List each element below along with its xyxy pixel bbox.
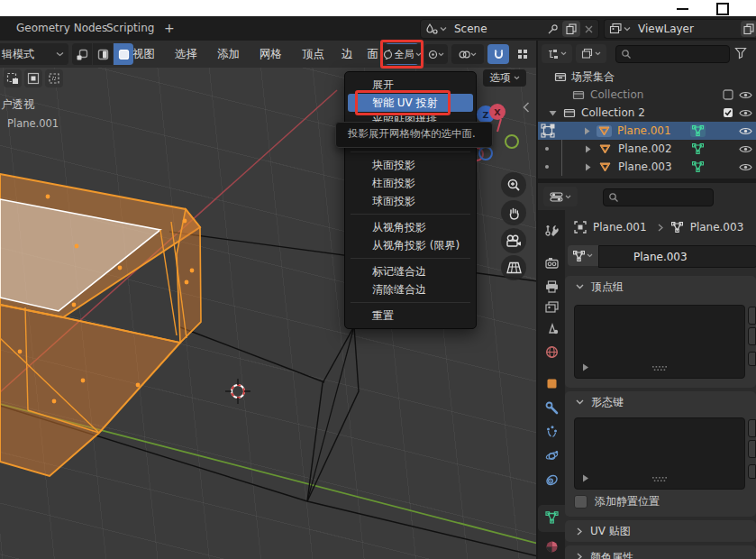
tab-object[interactable] <box>545 377 559 390</box>
select-subtract-button[interactable] <box>45 69 63 87</box>
pin-icon[interactable] <box>547 23 559 35</box>
chevron-left-icon[interactable] <box>523 102 530 113</box>
orientation-dropdown[interactable]: 全局 <box>382 44 422 64</box>
menu-item-cube-projection[interactable]: 块面投影 <box>345 156 476 174</box>
pan-view-button[interactable] <box>501 200 526 225</box>
tab-output[interactable] <box>545 280 559 293</box>
menu-item-smart-uv-project[interactable]: 智能 UV 投射 <box>348 94 473 112</box>
mesh-id-dropdown[interactable] <box>568 245 598 266</box>
mesh-name-field[interactable]: Plane.003 <box>598 245 756 268</box>
properties-search-input[interactable] <box>603 188 714 206</box>
select-mode-vertex-button[interactable] <box>72 43 92 65</box>
panel-color-attributes[interactable]: 颜色属性 <box>565 545 756 559</box>
menu-vertex[interactable]: 顶点 <box>292 43 334 65</box>
menu-item-clear-seam[interactable]: 清除缝合边 <box>345 280 476 298</box>
mode-dropdown[interactable]: 辑模式 <box>0 43 68 65</box>
resize-grip-icon[interactable] <box>652 366 667 372</box>
snap-with-dropdown[interactable] <box>451 44 484 64</box>
tab-material[interactable] <box>545 540 559 554</box>
menu-select[interactable]: 选择 <box>165 43 207 65</box>
eye-icon[interactable] <box>739 126 752 136</box>
vertex-groups-list[interactable] <box>574 305 745 379</box>
panel-header-vertex-groups[interactable]: 顶点组 <box>565 276 756 298</box>
camera-view-button[interactable] <box>501 228 526 253</box>
breadcrumb-data[interactable]: Plane.003 <box>690 221 744 234</box>
outliner-row-collection[interactable]: Collection <box>538 86 756 104</box>
panel-uv-maps[interactable]: UV 贴图 <box>565 520 756 542</box>
expand-arrow-icon[interactable] <box>549 110 557 116</box>
remove-vertex-group-button[interactable] <box>748 327 756 345</box>
menu-item-project-from-view-bounds[interactable]: 从视角投影 (限界) <box>345 236 476 254</box>
properties-editor-type-dropdown[interactable] <box>543 187 578 206</box>
unlink-scene-icon[interactable] <box>585 25 593 33</box>
scene-name[interactable]: Scene <box>454 23 487 35</box>
panel-header-shape-keys[interactable]: 形态键 <box>565 391 756 413</box>
tab-tool[interactable] <box>545 224 559 237</box>
tab-modifiers[interactable] <box>545 401 559 415</box>
shape-key-specials-button[interactable] <box>748 464 756 479</box>
menu-edge[interactable]: 边 <box>334 43 360 65</box>
vertex-group-specials-button[interactable] <box>748 352 756 366</box>
region-divider[interactable] <box>536 41 538 559</box>
outliner-row-scene-collection[interactable]: 场景集合 <box>538 68 756 86</box>
tab-render[interactable] <box>545 257 559 269</box>
options-button[interactable]: 选项 <box>483 69 526 87</box>
rest-position-checkbox[interactable] <box>574 495 587 509</box>
snap-toggle-button[interactable] <box>487 44 509 64</box>
viewlayer-selector[interactable]: ViewLayer <box>604 19 756 39</box>
perspective-toggle-button[interactable] <box>501 255 526 280</box>
tab-scene[interactable] <box>545 322 559 334</box>
select-set-button[interactable] <box>4 69 22 87</box>
outliner-filter-id-dropdown[interactable] <box>576 44 606 63</box>
select-extend-button[interactable] <box>24 69 42 87</box>
eye-icon[interactable] <box>739 144 752 154</box>
pivot-dropdown[interactable] <box>424 44 448 64</box>
tab-constraints[interactable] <box>545 473 559 487</box>
minimize-icon[interactable] <box>677 8 688 10</box>
eye-icon[interactable] <box>739 108 752 118</box>
exclude-checkbox[interactable] <box>723 89 733 100</box>
mesh-data-icon[interactable] <box>692 161 704 172</box>
viewlayer-name[interactable]: ViewLayer <box>638 23 694 35</box>
menu-item-reset[interactable]: 重置 <box>345 307 476 325</box>
new-viewlayer-icon[interactable] <box>741 21 756 37</box>
menu-add[interactable]: 添加 <box>207 43 250 65</box>
menu-item-unwrap[interactable]: 展开 <box>345 76 476 94</box>
scene-selector[interactable]: Scene <box>420 19 599 39</box>
add-shape-key-button[interactable] <box>748 419 756 437</box>
outliner-row-plane-001[interactable]: Plane.001 <box>538 122 756 140</box>
add-vertex-group-button[interactable] <box>748 307 756 325</box>
tab-scripting[interactable]: Scripting <box>106 16 154 41</box>
menu-view[interactable]: 视图 <box>123 43 165 65</box>
new-scene-icon[interactable] <box>562 21 580 37</box>
eye-icon[interactable] <box>739 162 752 172</box>
zoom-view-button[interactable] <box>501 172 526 197</box>
proportional-edit-button[interactable] <box>512 44 533 64</box>
menu-mesh[interactable]: 网格 <box>250 43 292 65</box>
tab-object-data[interactable] <box>545 511 559 524</box>
list-filter-arrow-icon[interactable] <box>582 474 589 482</box>
outliner-row-plane-002[interactable]: Plane.002 <box>538 140 756 158</box>
breadcrumb-object[interactable]: Plane.001 <box>593 221 647 234</box>
shape-keys-list[interactable] <box>574 417 745 490</box>
outliner-display-mode-dropdown[interactable] <box>542 44 572 63</box>
select-mode-edge-button[interactable] <box>93 43 113 65</box>
menu-item-sphere-projection[interactable]: 球面投影 <box>345 192 476 210</box>
tab-physics[interactable] <box>545 449 559 463</box>
outliner-filter-button[interactable] <box>734 47 748 60</box>
disclosure-arrow-icon[interactable] <box>584 127 590 135</box>
mesh-data-icon[interactable] <box>690 124 706 137</box>
tab-world[interactable] <box>545 345 559 359</box>
outliner-row-plane-003[interactable]: Plane.003 <box>538 158 756 176</box>
maximize-icon[interactable] <box>716 3 729 15</box>
disclosure-arrow-icon[interactable] <box>585 163 591 171</box>
menu-item-cylinder-projection[interactable]: 柱面投影 <box>345 174 476 192</box>
tab-geometry-nodes[interactable]: Geometry Nodes <box>16 16 107 41</box>
outliner-row-collection-2[interactable]: Collection 2 <box>538 104 756 122</box>
tab-particles[interactable] <box>545 425 559 438</box>
remove-shape-key-button[interactable] <box>748 440 756 458</box>
eye-icon[interactable] <box>739 90 752 100</box>
mesh-data-icon[interactable] <box>692 143 704 154</box>
menu-item-project-from-view[interactable]: 从视角投影 <box>345 218 476 236</box>
list-filter-arrow-icon[interactable] <box>582 363 589 371</box>
